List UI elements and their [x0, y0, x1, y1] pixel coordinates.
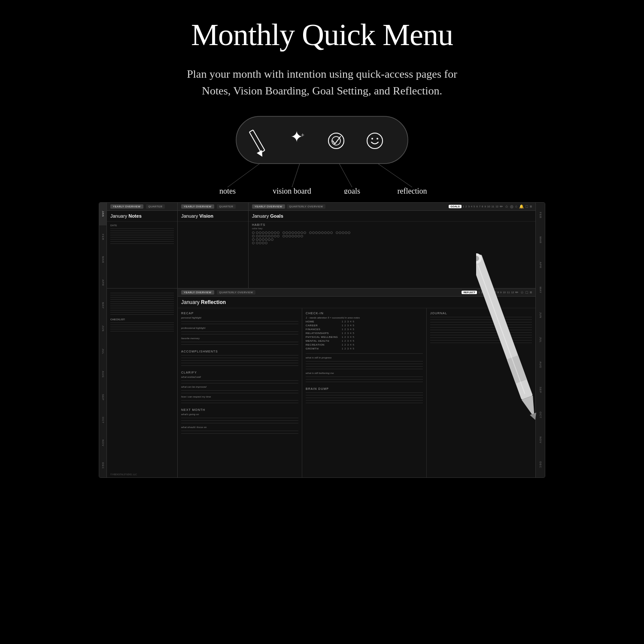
- month-may-left: MAY: [99, 294, 106, 317]
- checkin-row: MENTAL HEALTH 12345: [306, 340, 423, 342]
- checkin-row: RECREATION 12345: [306, 343, 423, 346]
- month-feb-left: FEB: [99, 225, 106, 248]
- month-jan-left: JAN: [99, 203, 106, 225]
- svg-line-10: [228, 164, 260, 187]
- svg-line-11: [292, 164, 300, 187]
- month-aug-left: AUG: [99, 363, 106, 386]
- tab-yearly-overview-notes[interactable]: YEARLY OVERVIEW: [110, 204, 143, 209]
- checkin-row: CAREER 12345: [306, 324, 423, 327]
- tab-quarter-vision[interactable]: QUARTER: [217, 204, 236, 209]
- month-nov-left: NOV: [99, 431, 106, 454]
- tab-quarterly-overview-reflect[interactable]: QUARTERLY OVERVIEW: [217, 290, 256, 295]
- notes-panel-bottom: CHECKLIST: © HBDIGITALSTUDIO, LLC: [107, 289, 178, 477]
- month-mar-right: MAR: [538, 228, 543, 252]
- tab-quarterly-overview-goals[interactable]: QUARTERLY OVERVIEW: [287, 204, 326, 209]
- svg-text:notes: notes: [219, 187, 236, 194]
- vision-title: January Vision: [178, 211, 248, 222]
- header-section: Monthly Quick Menu Plan your month with …: [0, 0, 644, 108]
- month-jun-left: JUN: [99, 317, 106, 340]
- planner-screenshot: JAN FEB MAR APR MAY JUN JUL AUG SEP OCT …: [99, 202, 545, 478]
- svg-line-13: [378, 164, 412, 187]
- svg-point-9: [377, 138, 378, 140]
- vision-panel: YEARLY OVERVIEW QUARTER January Vision: [178, 203, 249, 288]
- page-title: Monthly Quick Menu: [9, 17, 635, 53]
- left-month-col: JAN FEB MAR APR MAY JUN JUL AUG SEP OCT …: [99, 203, 107, 477]
- journal-column: JOURNAL: [427, 308, 535, 477]
- month-dec-right: DEC: [538, 453, 543, 477]
- month-mar-left: MAR: [99, 249, 106, 271]
- svg-line-12: [339, 164, 352, 187]
- svg-text:+: +: [301, 132, 304, 138]
- notes-title: January Notes: [107, 211, 177, 222]
- tab-yearly-overview-goals[interactable]: YEARLY OVERVIEW: [252, 204, 285, 209]
- checkin-row: RELATIONSHIPS 12345: [306, 332, 423, 334]
- checkin-row: HOME 12345: [306, 320, 423, 323]
- month-dec-left: DEC: [99, 455, 106, 477]
- screenshot-section: JAN FEB MAR APR MAY JUN JUL AUG SEP OCT …: [0, 194, 644, 495]
- month-oct-right: OCT: [538, 403, 543, 428]
- month-nov-right: NOV: [538, 428, 543, 453]
- svg-point-8: [371, 138, 373, 140]
- month-apr-left: APR: [99, 271, 106, 294]
- recap-column: RECAP personal highlight professional hi…: [178, 308, 302, 477]
- svg-text:vision board: vision board: [273, 187, 311, 194]
- checkin-row: PHYSICAL WELLBEING 12345: [306, 336, 423, 338]
- month-aug-right: AUG: [538, 352, 543, 377]
- notes-panel-top: YEARLY OVERVIEW QUARTER January Notes DA…: [107, 203, 178, 288]
- month-jul-right: JUL: [538, 328, 543, 352]
- month-feb-right: FEB: [538, 203, 543, 228]
- icons-section: ✦ +: [0, 108, 644, 194]
- tab-yearly-overview-vision[interactable]: YEARLY OVERVIEW: [181, 204, 214, 209]
- reflection-panel: YEARLY OVERVIEW QUARTERLY OVERVIEW REFLE…: [178, 289, 535, 477]
- month-jun-right: JUN: [538, 303, 543, 328]
- checkin-row: GROWTH 12345: [306, 347, 423, 350]
- month-apr-right: APR: [538, 252, 543, 277]
- goals-title: January Goals: [249, 211, 535, 222]
- svg-text:reflection: reflection: [398, 187, 427, 194]
- month-sep-right: SEP: [538, 377, 543, 402]
- page-subtitle: Plan your month with intention using qui…: [172, 66, 472, 99]
- tab-quarter-notes[interactable]: QUARTER: [146, 204, 165, 209]
- month-may-right: MAY: [538, 278, 543, 303]
- month-sep-left: SEP: [99, 386, 106, 409]
- month-jul-left: JUL: [99, 340, 106, 363]
- tab-yearly-overview-reflect[interactable]: YEARLY OVERVIEW: [181, 290, 214, 295]
- checkin-column: CHECK-IN 1 - needs attention 5 = success…: [302, 308, 427, 477]
- goals-panel: YEARLY OVERVIEW QUARTERLY OVERVIEW GOALS…: [249, 203, 535, 288]
- checkin-row: FINANCES 12345: [306, 328, 423, 331]
- svg-text:goals: goals: [344, 187, 360, 194]
- month-oct-left: OCT: [99, 409, 106, 431]
- right-month-col: FEB MAR APR MAY JUN JUL AUG SEP OCT NOV …: [535, 203, 545, 477]
- reflection-title: January Reflection: [178, 297, 535, 308]
